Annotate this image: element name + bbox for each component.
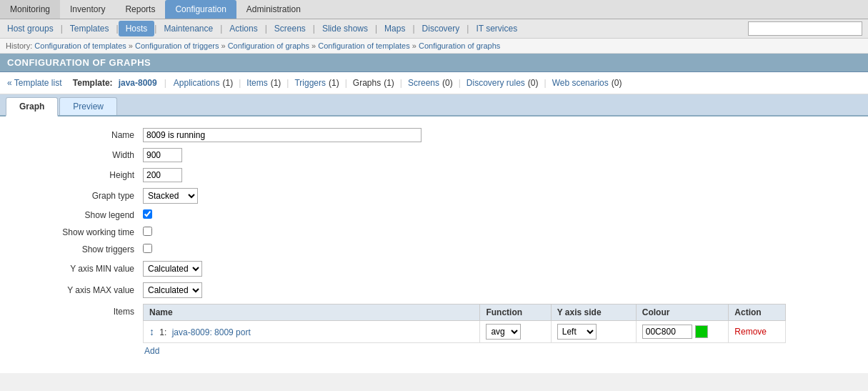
colour-input-group: [642, 325, 723, 339]
item-action-cell: Remove: [729, 321, 786, 343]
breadcrumb-config-templates2[interactable]: Configuration of templates: [318, 41, 409, 50]
nav-administration[interactable]: Administration: [236, 0, 311, 19]
show-triggers-row: Show triggers: [0, 244, 868, 255]
graph-type-select[interactable]: Normal Stacked Pie Exploded: [143, 188, 198, 204]
sort-icon[interactable]: ↕: [149, 326, 154, 337]
nav-reports[interactable]: Reports: [115, 0, 165, 19]
item-name-cell: ↕ 1: java-8009: 8009 port: [144, 321, 480, 343]
web-scenarios-count: (0): [612, 78, 622, 88]
tab-graph[interactable]: Graph: [6, 97, 58, 117]
name-row: Name: [0, 128, 868, 142]
item-function-select[interactable]: min avg max all last: [486, 324, 521, 340]
width-label: Width: [0, 150, 143, 160]
nav-it-services[interactable]: IT services: [469, 21, 524, 36]
nav-slide-shows[interactable]: Slide shows: [315, 21, 375, 36]
breadcrumb-config-graphs2[interactable]: Configuration of graphs: [419, 41, 500, 50]
show-triggers-value: [143, 244, 868, 255]
template-list-back[interactable]: « Template list: [7, 78, 61, 88]
search-input[interactable]: [748, 21, 862, 36]
col-header-colour: Colour: [636, 305, 729, 321]
sep-after-name: |: [164, 78, 166, 88]
yaxis-min-row: Y axis MIN value Calculated Fixed Item: [0, 261, 868, 277]
col-header-action: Action: [729, 305, 786, 321]
applications-count: (1): [223, 78, 234, 88]
nav-hosts[interactable]: Hosts: [119, 21, 155, 36]
show-triggers-checkbox[interactable]: [143, 244, 152, 253]
show-legend-row: Show legend: [0, 209, 868, 221]
show-working-time-row: Show working time: [0, 227, 868, 238]
show-legend-checkbox[interactable]: [143, 209, 152, 219]
nav-configuration[interactable]: Configuration: [165, 0, 236, 19]
colour-swatch: [695, 325, 708, 338]
table-row: ↕ 1: java-8009: 8009 port min avg max al…: [144, 321, 786, 343]
template-name-link[interactable]: java-8009: [119, 78, 157, 88]
template-label: Template:: [70, 78, 112, 88]
breadcrumb-history-label: History:: [6, 41, 32, 50]
breadcrumb-config-graphs1[interactable]: Configuration of graphs: [228, 41, 309, 50]
colour-text-input[interactable]: [642, 325, 692, 339]
show-working-time-checkbox[interactable]: [143, 227, 152, 236]
item-yaxis-cell: Left Right: [551, 321, 636, 343]
item-function-cell: min avg max all last: [480, 321, 551, 343]
items-label: Items: [0, 304, 143, 317]
yaxis-min-select[interactable]: Calculated Fixed Item: [143, 261, 202, 277]
screens-count: (0): [442, 78, 453, 88]
yaxis-max-select[interactable]: Calculated Fixed Item: [143, 282, 202, 298]
graph-type-label: Graph type: [0, 191, 143, 201]
template-nav-triggers[interactable]: Triggers: [294, 78, 326, 88]
breadcrumb-sep2: »: [221, 41, 227, 50]
height-input[interactable]: [143, 168, 182, 182]
sep-nav3: |: [345, 78, 347, 88]
item-yaxis-select[interactable]: Left Right: [557, 324, 597, 340]
yaxis-max-label: Y axis MAX value: [0, 285, 143, 295]
item-name-link[interactable]: java-8009: 8009 port: [172, 327, 251, 337]
sep-nav5: |: [459, 78, 461, 88]
nav-templates[interactable]: Templates: [63, 21, 116, 36]
breadcrumb-sep1: »: [129, 41, 135, 50]
nav-screens[interactable]: Screens: [267, 21, 313, 36]
sep-nav1: |: [239, 78, 241, 88]
template-nav-web-scenarios[interactable]: Web scenarios: [552, 78, 609, 88]
discovery-count: (0): [528, 78, 539, 88]
items-table: Name Function Y axis side Colour Action …: [143, 304, 786, 343]
second-navigation: Host groups | Templates | Hosts | Mainte…: [0, 19, 868, 39]
nav-maintenance[interactable]: Maintenance: [156, 21, 220, 36]
template-nav-items[interactable]: Items: [246, 78, 267, 88]
search-area: [748, 21, 868, 36]
add-item-link[interactable]: Add: [144, 346, 159, 356]
remove-link[interactable]: Remove: [734, 327, 767, 337]
breadcrumb-config-templates[interactable]: Configuration of templates: [34, 41, 126, 50]
items-count: (1): [271, 78, 281, 88]
width-row: Width: [0, 148, 868, 162]
page-header: CONFIGURATION OF GRAPHS: [0, 54, 868, 72]
col-header-function: Function: [480, 305, 551, 321]
main-content: Name Width Height Graph type Normal Stac…: [0, 117, 868, 373]
nav-inventory[interactable]: Inventory: [60, 0, 115, 19]
item-colour-cell: [636, 321, 729, 343]
breadcrumb-sep3: »: [311, 41, 318, 50]
nav-maps[interactable]: Maps: [377, 21, 412, 36]
tab-preview[interactable]: Preview: [59, 97, 117, 115]
name-input[interactable]: [143, 128, 421, 142]
tab-bar: Graph Preview: [0, 94, 868, 117]
nav-discovery[interactable]: Discovery: [415, 21, 467, 36]
nav-actions[interactable]: Actions: [222, 21, 264, 36]
template-nav-discovery-rules[interactable]: Discovery rules: [467, 78, 525, 88]
sep-nav2: |: [286, 78, 289, 88]
triggers-count: (1): [329, 78, 339, 88]
width-input[interactable]: [143, 148, 182, 162]
breadcrumb: History: Configuration of templates » Co…: [0, 39, 868, 54]
height-row: Height: [0, 168, 868, 182]
nav-host-groups[interactable]: Host groups: [0, 21, 61, 36]
col-header-yaxis: Y axis side: [551, 305, 636, 321]
nav-monitoring[interactable]: Monitoring: [0, 0, 60, 19]
template-nav-screens[interactable]: Screens: [408, 78, 439, 88]
breadcrumb-config-triggers[interactable]: Configuration of triggers: [135, 41, 219, 50]
name-label: Name: [0, 130, 143, 140]
yaxis-min-value: Calculated Fixed Item: [143, 261, 868, 277]
template-nav-applications[interactable]: Applications: [174, 78, 220, 88]
yaxis-max-value: Calculated Fixed Item: [143, 282, 868, 298]
graph-type-value: Normal Stacked Pie Exploded: [143, 188, 868, 204]
yaxis-max-row: Y axis MAX value Calculated Fixed Item: [0, 282, 868, 298]
items-value: Name Function Y axis side Colour Action …: [143, 304, 868, 356]
